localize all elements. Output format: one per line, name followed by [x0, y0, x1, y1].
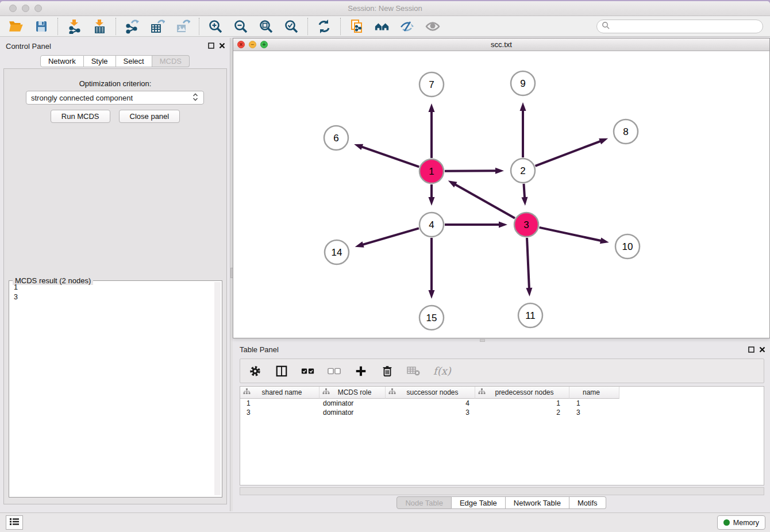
- graph-node-label: 2: [520, 165, 525, 176]
- memory-status-icon: [723, 519, 730, 526]
- graph-edge-arrowhead: [499, 222, 507, 228]
- network-view-window: × − + scc.txt 7968124314101511: [233, 38, 770, 338]
- graph-edge-3-11[interactable]: [527, 238, 529, 289]
- close-panel-icon[interactable]: [219, 42, 225, 51]
- close-panel-button[interactable]: Close panel: [119, 110, 180, 123]
- result-item[interactable]: 1: [9, 283, 222, 292]
- control-panel: Control Panel Network Style Select MCDS …: [0, 38, 230, 511]
- save-session-icon[interactable]: [33, 18, 49, 34]
- column-header-name[interactable]: name: [569, 387, 619, 399]
- delete-table-icon: [407, 364, 421, 378]
- add-row-icon[interactable]: [354, 364, 368, 378]
- column-header-mcds-role[interactable]: MCDS role: [319, 387, 386, 399]
- refresh-layout-icon[interactable]: [316, 18, 332, 34]
- first-neighbors-icon[interactable]: [374, 18, 390, 34]
- result-scrollbar[interactable]: [214, 282, 221, 495]
- tab-node-table[interactable]: Node Table: [396, 496, 452, 509]
- tab-motifs[interactable]: Motifs: [569, 496, 606, 509]
- open-session-icon[interactable]: [8, 18, 24, 34]
- column-type-icon: [478, 388, 486, 397]
- deselect-all-columns-icon[interactable]: [328, 364, 341, 378]
- maximize-window-button[interactable]: [34, 5, 42, 12]
- show-log-button[interactable]: [6, 515, 23, 530]
- network-canvas[interactable]: 7968124314101511: [233, 51, 769, 338]
- zoom-out-icon[interactable]: [233, 18, 249, 34]
- tab-network[interactable]: Network: [40, 55, 84, 67]
- zoom-selected-icon[interactable]: [283, 18, 299, 34]
- table-horizontal-scrollbar[interactable]: [240, 487, 764, 495]
- table-options-icon[interactable]: [248, 364, 262, 378]
- memory-label: Memory: [733, 519, 759, 527]
- close-network-button[interactable]: ×: [237, 41, 245, 48]
- graph-node-label: 1: [429, 166, 434, 177]
- result-item[interactable]: 3: [9, 292, 222, 302]
- delete-row-icon[interactable]: [380, 364, 394, 378]
- graph-node-label: 11: [525, 310, 536, 321]
- table-row[interactable]: 1 dominator 4 1 1: [240, 399, 764, 408]
- minimize-window-button[interactable]: [22, 5, 29, 12]
- graph-edge-3-1[interactable]: [455, 184, 515, 218]
- network-window-title: scc.txt: [233, 38, 769, 51]
- close-panel-icon[interactable]: [759, 346, 765, 354]
- column-header-successor-nodes[interactable]: successor nodes: [386, 387, 475, 399]
- node-table[interactable]: shared name MCDS role successor nodes pr…: [240, 386, 764, 485]
- graph-edge-3-10[interactable]: [539, 228, 602, 241]
- graph-edge-4-14[interactable]: [362, 228, 419, 245]
- graph-edge-1-6[interactable]: [361, 147, 419, 167]
- criterion-dropdown[interactable]: strongly connected component: [26, 91, 204, 105]
- show-hidden-icon[interactable]: [425, 18, 441, 34]
- select-all-columns-icon[interactable]: [301, 364, 315, 378]
- mcds-result-list[interactable]: 1 3: [9, 283, 222, 496]
- tab-mcds[interactable]: MCDS: [152, 55, 190, 67]
- network-window-titlebar[interactable]: × − + scc.txt: [233, 38, 769, 51]
- memory-button[interactable]: Memory: [717, 515, 765, 530]
- graph-edge-arrowhead: [600, 237, 609, 244]
- export-image-icon[interactable]: [175, 18, 191, 34]
- graph-node-label: 6: [333, 133, 338, 144]
- tab-edge-table[interactable]: Edge Table: [452, 496, 506, 509]
- run-mcds-button[interactable]: Run MCDS: [51, 110, 110, 123]
- graph-edge-1-2[interactable]: [445, 171, 496, 171]
- column-type-icon: [388, 388, 396, 397]
- graph-edge-arrowhead: [354, 144, 363, 150]
- search-input[interactable]: [596, 20, 763, 33]
- list-icon: [9, 517, 20, 528]
- optimization-criterion-label: Optimization criterion:: [4, 79, 226, 88]
- maximize-network-button[interactable]: +: [260, 41, 268, 48]
- export-table-icon[interactable]: [149, 18, 165, 34]
- graph-edge-arrowhead: [429, 103, 435, 112]
- tab-network-table[interactable]: Network Table: [506, 496, 569, 509]
- zoom-in-icon[interactable]: [207, 18, 224, 34]
- network-graph[interactable]: 7968124314101511: [233, 51, 769, 338]
- graph-edge-2-8[interactable]: [536, 141, 601, 165]
- tab-select[interactable]: Select: [116, 55, 152, 67]
- graph-edge-arrowhead: [520, 102, 526, 111]
- chevron-up-down-icon: [192, 93, 199, 103]
- close-window-button[interactable]: [9, 5, 17, 12]
- graph-edge-arrowhead: [429, 290, 435, 299]
- table-toolbar: f(x): [240, 358, 764, 383]
- zoom-fit-icon[interactable]: [258, 18, 274, 34]
- show-column-panel-icon[interactable]: [275, 364, 288, 378]
- graph-edge-arrowhead: [521, 197, 528, 206]
- import-network-icon[interactable]: [66, 18, 82, 34]
- column-header-shared-name[interactable]: shared name: [240, 387, 319, 399]
- column-header-predecessor-nodes[interactable]: predecessor nodes: [475, 387, 569, 399]
- table-row[interactable]: 3 dominator 3 2 3: [240, 408, 764, 417]
- graph-node-label: 15: [426, 313, 437, 323]
- float-panel-icon[interactable]: [208, 42, 214, 51]
- graph-node-label: 14: [332, 247, 342, 258]
- graph-node-label: 10: [622, 241, 633, 252]
- export-network-icon[interactable]: [124, 18, 140, 34]
- tab-style[interactable]: Style: [84, 55, 116, 67]
- table-tabs: Node Table Edge Table Network Table Moti…: [233, 496, 770, 509]
- minimize-network-button[interactable]: −: [249, 41, 256, 48]
- hide-selected-icon[interactable]: [399, 18, 415, 34]
- float-panel-icon[interactable]: [748, 346, 754, 354]
- clone-network-icon[interactable]: [349, 18, 365, 34]
- mcds-result-box: MCDS result (2 nodes) 1 3: [9, 280, 222, 498]
- graph-edge-2-3[interactable]: [523, 184, 525, 198]
- import-table-icon[interactable]: [91, 18, 107, 34]
- search-icon: [602, 21, 610, 32]
- window-title: Session: New Session: [0, 1, 770, 16]
